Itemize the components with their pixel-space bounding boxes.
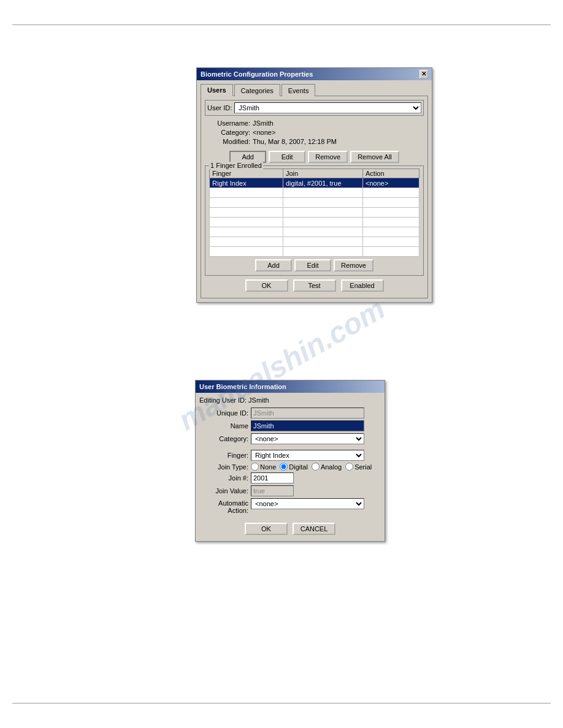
- finger-cell-action: [363, 247, 419, 257]
- finger-table-row[interactable]: Right Indexdigital, #2001, true<none>: [210, 178, 419, 188]
- finger-cell-finger: [210, 198, 283, 208]
- unique-id-label: Unique ID:: [199, 409, 248, 417]
- automatic-action-dropdown[interactable]: <none>: [251, 498, 364, 509]
- dialog1-test-button[interactable]: Test: [293, 279, 336, 292]
- finger-table-row[interactable]: [210, 218, 419, 227]
- finger-add-button[interactable]: Add: [255, 259, 292, 271]
- finger-table-row[interactable]: [210, 247, 419, 257]
- modified-value: Thu, Mar 8, 2007, 12:18 PM: [253, 138, 337, 145]
- dialog2-bottom-buttons: OK CANCEL: [199, 519, 381, 537]
- name-row: Name: [199, 420, 381, 431]
- category-label: Category:: [207, 129, 250, 136]
- finger-cell-action: [363, 198, 419, 208]
- radio-serial-label: Serial: [345, 463, 372, 471]
- finger-table-row[interactable]: [210, 198, 419, 208]
- user-id-dropdown[interactable]: JSmith: [234, 102, 421, 113]
- finger-cell-action: [363, 237, 419, 247]
- dialog1-title: Biometric Configuration Properties: [201, 70, 313, 78]
- unique-id-input[interactable]: [251, 408, 364, 419]
- finger-dropdown[interactable]: Right Index Left Index Right Thumb Left …: [251, 450, 364, 461]
- finger-table-header: Finger Join Action: [210, 169, 419, 178]
- dialog1-bottom-buttons: OK Test Enabled: [205, 276, 424, 294]
- finger-cell-finger: [210, 208, 283, 218]
- join-num-input[interactable]: [251, 472, 294, 483]
- finger-cell-finger: [210, 227, 283, 237]
- user-remove-button[interactable]: Remove: [308, 151, 348, 163]
- finger-remove-button[interactable]: Remove: [334, 259, 373, 271]
- dialog1-titlebar: Biometric Configuration Properties ✕: [197, 68, 432, 80]
- page-rule-top: [12, 25, 551, 25]
- tab-users[interactable]: Users: [201, 84, 233, 96]
- finger-cell-action: [363, 188, 419, 198]
- automatic-action-row: AutomaticAction: <none>: [199, 498, 381, 514]
- dialog1-content: Users Categories Events User ID: JSmith …: [197, 80, 432, 302]
- page-rule-bottom: [12, 703, 551, 703]
- tab-events[interactable]: Events: [282, 84, 316, 96]
- finger-cell-join: [283, 237, 363, 247]
- dialog1-tabs-bar: Users Categories Events: [201, 84, 428, 96]
- category-label2: Category:: [199, 435, 248, 442]
- finger-action-buttons: Add Edit Remove: [209, 259, 419, 271]
- finger-cell-finger: Right Index: [210, 178, 283, 188]
- dialog2-content: Editing User ID: JSmith Unique ID: Name …: [196, 393, 385, 541]
- join-type-radio-group: None Digital Analog Serial: [251, 463, 372, 471]
- username-row: Username: JSmith: [207, 119, 421, 127]
- dialog2-titlebar: User Biometric Information: [196, 381, 385, 393]
- join-num-label: Join #:: [199, 474, 248, 482]
- col-action: Action: [363, 169, 419, 178]
- category-row: Category: <none>: [207, 129, 421, 136]
- finger-cell-join: [283, 208, 363, 218]
- modified-row: Modified: Thu, Mar 8, 2007, 12:18 PM: [207, 138, 421, 145]
- finger-cell-action: [363, 218, 419, 227]
- col-finger: Finger: [210, 169, 283, 178]
- finger-row: Finger: Right Index Left Index Right Thu…: [199, 450, 381, 461]
- dialog2-cancel-button[interactable]: CANCEL: [293, 523, 335, 535]
- dialog1-tab-content: User ID: JSmith Username: JSmith Categor…: [201, 96, 428, 298]
- radio-serial[interactable]: [345, 463, 353, 471]
- finger-table-row[interactable]: [210, 227, 419, 237]
- join-value-input[interactable]: [251, 485, 294, 496]
- user-biometric-dialog: User Biometric Information Editing User …: [195, 380, 385, 542]
- join-num-row: Join #:: [199, 472, 381, 483]
- editing-label-row: Editing User ID: JSmith: [199, 396, 381, 404]
- dialog1-ok-button[interactable]: OK: [245, 279, 288, 292]
- finger-cell-action: [363, 208, 419, 218]
- dialog1-close-button[interactable]: ✕: [419, 70, 428, 78]
- radio-digital-label: Digital: [280, 463, 308, 471]
- finger-label: Finger:: [199, 452, 248, 459]
- username-label: Username:: [207, 119, 250, 127]
- radio-analog[interactable]: [312, 463, 320, 471]
- finger-cell-join: [283, 227, 363, 237]
- user-edit-button[interactable]: Edit: [269, 151, 305, 163]
- finger-table-row[interactable]: [210, 188, 419, 198]
- finger-table-row[interactable]: [210, 208, 419, 218]
- finger-cell-action: <none>: [363, 178, 419, 188]
- join-type-row: Join Type: None Digital Analog Serial: [199, 463, 381, 471]
- username-value: JSmith: [253, 119, 274, 127]
- finger-edit-button[interactable]: Edit: [294, 259, 331, 271]
- finger-cell-finger: [210, 247, 283, 257]
- finger-cell-join: [283, 188, 363, 198]
- user-remove-all-button[interactable]: Remove All: [350, 151, 399, 163]
- user-id-label: User ID:: [207, 104, 232, 112]
- finger-table: Finger Join Action Right Indexdigital, #…: [209, 169, 419, 257]
- finger-table-row[interactable]: [210, 237, 419, 247]
- finger-cell-finger: [210, 237, 283, 247]
- radio-analog-label: Analog: [312, 463, 342, 471]
- join-value-row: Join Value:: [199, 485, 381, 496]
- finger-cell-join: [283, 198, 363, 208]
- finger-cell-finger: [210, 218, 283, 227]
- modified-label: Modified:: [207, 138, 250, 145]
- tab-categories[interactable]: Categories: [234, 84, 280, 96]
- finger-cell-join: digital, #2001, true: [283, 178, 363, 188]
- user-add-button[interactable]: Add: [229, 151, 266, 163]
- name-input[interactable]: [251, 420, 364, 431]
- category-row2: Category: <none>: [199, 433, 381, 444]
- dialog1-enabled-button[interactable]: Enabled: [341, 279, 384, 292]
- radio-digital[interactable]: [280, 463, 288, 471]
- radio-none[interactable]: [251, 463, 259, 471]
- category-value: <none>: [253, 129, 275, 136]
- user-action-buttons: Add Edit Remove Remove All: [205, 151, 424, 163]
- dialog2-ok-button[interactable]: OK: [245, 523, 288, 535]
- category-dropdown2[interactable]: <none>: [251, 433, 364, 444]
